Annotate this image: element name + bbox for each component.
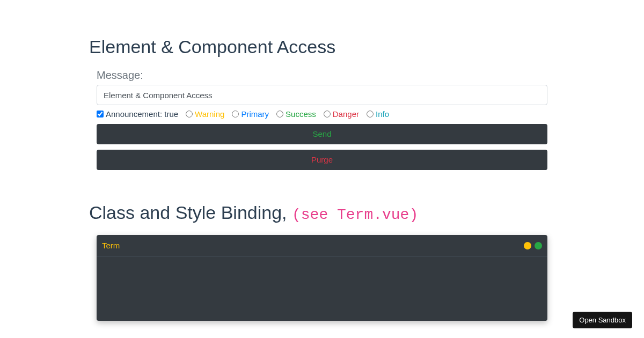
radio-info[interactable] [367, 111, 374, 117]
open-sandbox-button[interactable]: Open Sandbox [573, 312, 632, 328]
send-button[interactable]: Send [97, 124, 547, 144]
radio-warning[interactable] [186, 111, 193, 117]
section2-heading-main: Class and Style Binding, [89, 202, 292, 223]
radio-warning-text: Warning [195, 109, 224, 119]
message-label: Message: [97, 69, 551, 82]
term-header: Term [97, 235, 547, 256]
section1-heading: Element & Component Access [89, 36, 551, 57]
radio-danger-text: Danger [333, 109, 359, 119]
radio-success-label[interactable]: Success [276, 109, 316, 119]
radio-danger[interactable] [324, 111, 331, 117]
radio-primary[interactable] [232, 111, 239, 117]
minimize-icon[interactable] [524, 242, 531, 249]
radio-success[interactable] [276, 111, 283, 117]
radio-primary-label[interactable]: Primary [232, 109, 269, 119]
term-title: Term [102, 241, 120, 250]
radio-primary-text: Primary [241, 109, 269, 119]
maximize-icon[interactable] [535, 242, 542, 249]
announcement-checkbox[interactable] [97, 111, 104, 117]
radio-info-label[interactable]: Info [367, 109, 389, 119]
radio-danger-label[interactable]: Danger [324, 109, 359, 119]
radio-success-text: Success [286, 109, 316, 119]
section2-heading: Class and Style Binding, (see Term.vue) [89, 202, 551, 223]
announcement-checkbox-label[interactable]: Announcement: true [97, 109, 178, 119]
radio-info-text: Info [376, 109, 389, 119]
term-window-controls [524, 242, 542, 249]
message-input[interactable] [97, 85, 547, 105]
term-panel: Term [97, 235, 547, 321]
section2-heading-note: (see Term.vue) [292, 207, 418, 223]
announcement-text: Announcement: true [106, 109, 178, 119]
radio-warning-label[interactable]: Warning [186, 109, 224, 119]
purge-button[interactable]: Purge [97, 150, 547, 170]
